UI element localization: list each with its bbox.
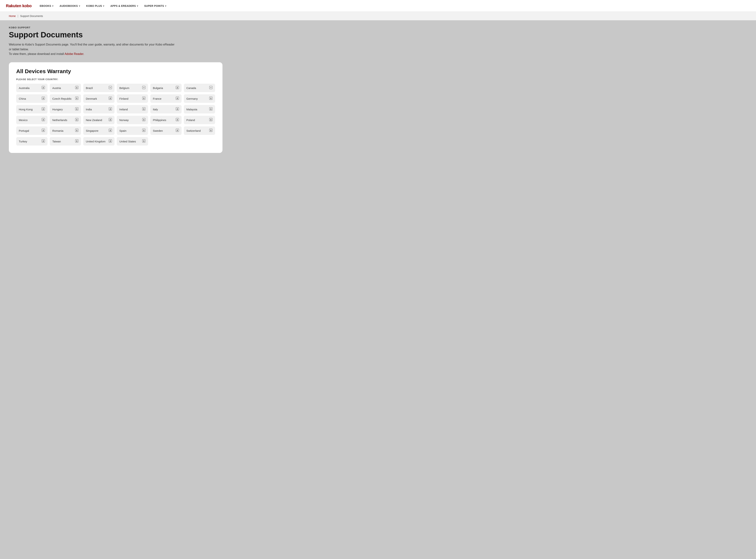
country-button-mexico[interactable]: Mexico [16,116,47,124]
country-button-china[interactable]: China [16,94,47,103]
country-button-hungary[interactable]: Hungary [50,105,81,113]
download-icon [109,96,112,100]
page-title: Support Documents [9,30,747,39]
country-name: Italy [153,108,158,111]
download-icon [75,96,78,100]
download-icon [109,107,112,111]
country-button-australia[interactable]: Australia [16,84,47,92]
country-grid: Australia Austria Brazil Belgium Bulgari… [16,84,215,146]
country-select-label: PLEASE SELECT YOUR COUNTRY: [16,78,215,81]
header: Rakuten kobo eBOOKS∨AUDIOBOOKS∨KOBO PLUS… [0,0,756,12]
download-icon [42,96,45,100]
country-name: Singapore [86,129,98,132]
country-button-norway[interactable]: Norway [117,116,148,124]
country-button-philippines[interactable]: Philippines [150,116,182,124]
download-icon [42,139,45,143]
download-icon [142,139,145,143]
country-button-spain[interactable]: Spain [117,127,148,135]
download-icon [142,96,145,100]
country-name: Poland [186,118,195,121]
nav-item-appsereaders[interactable]: APPS & eREADERS∨ [108,3,140,9]
download-icon [176,96,179,100]
download-icon [176,107,179,111]
country-name: Romania [52,129,63,132]
country-button-austria[interactable]: Austria [50,84,81,92]
download-icon [209,107,212,111]
country-button-romania[interactable]: Romania [50,127,81,135]
chevron-down-icon: ∨ [52,5,53,7]
download-icon [75,118,78,122]
country-name: Brazil [86,86,93,90]
nav-item-ebooks[interactable]: eBOOKS∨ [38,3,56,9]
svg-rect-4 [109,86,112,89]
country-button-singapore[interactable]: Singapore [83,127,115,135]
country-name: Denmark [86,97,97,100]
card-title: All Devices Warranty [16,68,215,74]
nav-item-superpoints[interactable]: SUPER POINTS∨ [142,3,169,9]
download-icon [209,96,212,100]
country-name: Canada [186,86,196,90]
download-icon [75,107,78,111]
chevron-down-icon [109,86,112,90]
country-button-united-kingdom[interactable]: United Kingdom [83,137,115,146]
download-icon [176,118,179,122]
breadcrumb: Home | Support Documents [0,12,756,20]
country-button-switzerland[interactable]: Switzerland [184,127,215,135]
country-button-hong-kong[interactable]: Hong Kong [16,105,47,113]
description-text-2: To view them, please download and instal… [9,52,65,55]
country-button-poland[interactable]: Poland [184,116,215,124]
nav-item-audiobooks[interactable]: AUDIOBOOKS∨ [57,3,83,9]
country-button-brazil[interactable]: Brazil [83,84,115,92]
country-button-taiwan[interactable]: Taiwan [50,137,81,146]
country-button-portugal[interactable]: Portugal [16,127,47,135]
country-name: Spain [119,129,126,132]
country-name: Germany [186,97,198,100]
nav-label: KOBO PLUS [86,4,102,7]
country-name: India [86,108,92,111]
logo-text: Rakuten kobo [6,3,31,8]
country-button-belgium[interactable]: Belgium [117,84,148,92]
adobe-reader-link[interactable]: Adobe Reader. [65,52,84,55]
download-icon [42,118,45,122]
country-name: Philippines [153,118,166,121]
country-button-india[interactable]: India [83,105,115,113]
country-name: Sweden [153,129,163,132]
country-name: New Zealand [86,118,102,121]
svg-rect-8 [209,86,212,89]
country-name: Ireland [119,108,128,111]
country-name: Hungary [52,108,63,111]
chevron-down-icon: ∨ [137,5,138,7]
download-icon [142,118,145,122]
nav-label: APPS & eREADERS [110,4,136,7]
country-button-italy[interactable]: Italy [150,105,182,113]
country-button-turkey[interactable]: Turkey [16,137,47,146]
description-text-1: Welcome to Kobo's Support Documents page… [9,43,175,51]
warranty-card: All Devices Warranty PLEASE SELECT YOUR … [9,62,223,153]
country-button-germany[interactable]: Germany [184,94,215,103]
country-button-france[interactable]: France [150,94,182,103]
download-icon [142,129,145,133]
country-name: France [153,97,161,100]
country-button-bulgaria[interactable]: Bulgaria [150,84,182,92]
country-button-netherlands[interactable]: Netherlands [50,116,81,124]
country-button-canada[interactable]: Canada [184,84,215,92]
country-button-finland[interactable]: Finland [117,94,148,103]
download-icon [109,118,112,122]
country-name: Turkey [19,140,27,143]
country-name: Taiwan [52,140,61,143]
download-icon [209,118,212,122]
breadcrumb-home-link[interactable]: Home [9,15,16,18]
country-button-united-states[interactable]: United States [117,137,148,146]
download-icon [42,107,45,111]
download-icon [75,86,78,90]
country-button-new-zealand[interactable]: New Zealand [83,116,115,124]
country-button-denmark[interactable]: Denmark [83,94,115,103]
country-button-czech-republic[interactable]: Czech Republic [50,94,81,103]
country-button-sweden[interactable]: Sweden [150,127,182,135]
nav-item-koboplus[interactable]: KOBO PLUS∨ [84,3,107,9]
page-description: Welcome to Kobo's Support Documents page… [9,42,175,57]
country-name: United Kingdom [86,140,106,143]
logo[interactable]: Rakuten kobo [6,3,31,8]
country-button-ireland[interactable]: Ireland [117,105,148,113]
country-button-malaysia[interactable]: Malaysia [184,105,215,113]
